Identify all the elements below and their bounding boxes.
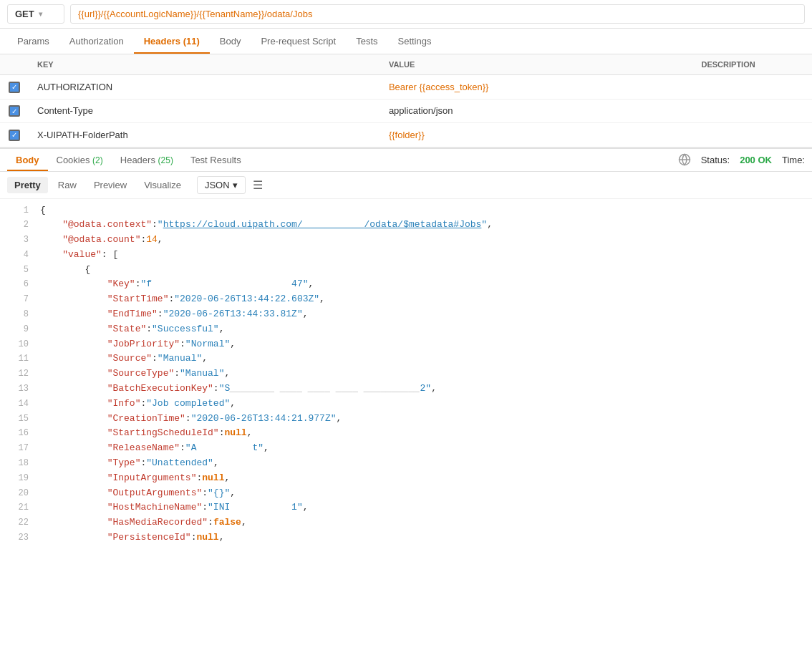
json-line: 22 "HasMediaRecorded": false, — [0, 515, 812, 530]
tab-pre-request-script[interactable]: Pre-request Script — [251, 29, 346, 54]
format-pretty-button[interactable]: Pretty — [7, 177, 48, 193]
response-tab-test-results[interactable]: Test Results — [182, 149, 250, 171]
json-line: 9 "State": "Successful", — [0, 322, 812, 337]
tab-settings[interactable]: Settings — [388, 29, 442, 54]
json-line: 10 "JobPriority": "Normal", — [0, 337, 812, 352]
value-column-header: VALUE — [380, 54, 693, 75]
wrap-icon[interactable]: ☰ — [253, 178, 263, 192]
tab-headers[interactable]: Headers (11) — [134, 29, 210, 54]
json-line: 16 "StartingScheduleId": null, — [0, 426, 812, 441]
json-line: 12 "SourceType": "Manual", — [0, 367, 812, 382]
description-column-header: DESCRIPTION — [693, 54, 813, 75]
json-line: 7 "StartTime": "2020-06-26T13:44:22.603Z… — [0, 292, 812, 307]
table-row: ✓ X-UIPATH-FolderPath {{folder}} — [0, 123, 812, 147]
url-input[interactable] — [70, 4, 805, 24]
globe-icon — [678, 153, 691, 166]
format-bar: Pretty Raw Preview Visualize JSON ▾ ☰ — [0, 172, 812, 199]
method-select[interactable]: GET ▾ — [7, 4, 64, 24]
json-line: 14 "Info": "Job completed", — [0, 397, 812, 412]
json-line: 3 "@odata.count": 14, — [0, 233, 812, 248]
response-section: Body Cookies (2) Headers (25) Test Resul… — [0, 147, 812, 550]
json-line: 19 "InputArguments": null, — [0, 471, 812, 486]
response-tab-cookies[interactable]: Cookies (2) — [48, 149, 112, 171]
json-line: 20 "OutputArguments": "{}", — [0, 486, 812, 501]
time-label: Time: — [782, 155, 805, 165]
json-line: 17 "ReleaseName": "A t", — [0, 441, 812, 456]
tab-tests[interactable]: Tests — [346, 29, 387, 54]
response-tabs: Body Cookies (2) Headers (25) Test Resul… — [0, 149, 812, 172]
json-line: 13 "BatchExecutionKey": "S________ ____ … — [0, 382, 812, 397]
json-line: 18 "Type": "Unattended", — [0, 456, 812, 471]
status-value: 200 OK — [740, 155, 772, 165]
url-bar: GET ▾ — [0, 0, 812, 29]
json-line: 8 "EndTime": "2020-06-26T13:44:33.81Z", — [0, 307, 812, 322]
method-label: GET — [15, 9, 34, 19]
row-checkbox[interactable]: ✓ — [9, 82, 20, 93]
format-visualize-button[interactable]: Visualize — [137, 177, 188, 193]
chevron-down-icon: ▾ — [39, 10, 42, 18]
json-line: 6 "Key": "f 47", — [0, 277, 812, 292]
response-tab-body[interactable]: Body — [7, 149, 48, 171]
header-value: Bearer {{access_token}} — [389, 82, 489, 92]
json-line: 5 { — [0, 263, 812, 278]
header-value: {{folder}} — [389, 130, 425, 140]
row-checkbox[interactable]: ✓ — [9, 105, 20, 117]
json-line: 23 "PersistenceId": null, — [0, 530, 812, 545]
format-preview-button[interactable]: Preview — [87, 177, 134, 193]
json-line: 15 "CreationTime": "2020-06-26T13:44:21.… — [0, 412, 812, 427]
json-viewer: 1{ 2 "@odata.context": "https://cloud.ui… — [0, 199, 812, 550]
json-line: 11 "Source": "Manual", — [0, 351, 812, 367]
key-column-header: KEY — [29, 54, 380, 75]
table-row: ✓ Content-Type application/json — [0, 99, 812, 123]
json-line: 4 "value": [ — [0, 248, 812, 263]
headers-table: KEY VALUE DESCRIPTION ✓ AUTHORIZATION Be… — [0, 54, 812, 147]
chevron-down-icon: ▾ — [233, 180, 238, 190]
tab-authorization[interactable]: Authorization — [59, 29, 134, 54]
tab-body[interactable]: Body — [210, 29, 251, 54]
json-line: 1{ — [0, 203, 812, 218]
header-key: X-UIPATH-FolderPath — [37, 130, 128, 140]
status-label: Status: — [701, 155, 730, 165]
json-line: 2 "@odata.context": "https://cloud.uipat… — [0, 218, 812, 233]
response-tab-headers[interactable]: Headers (25) — [112, 149, 182, 171]
status-area: Status: 200 OK Time: — [678, 153, 805, 166]
header-key: Content-Type — [37, 105, 93, 116]
request-tabs: Params Authorization Headers (11) Body P… — [0, 29, 812, 54]
header-value: application/json — [389, 105, 453, 116]
tab-params[interactable]: Params — [7, 29, 59, 54]
json-line: 21 "HostMachineName": "INI 1", — [0, 500, 812, 515]
row-checkbox[interactable]: ✓ — [9, 130, 20, 141]
header-key: AUTHORIZATION — [37, 82, 112, 92]
format-raw-button[interactable]: Raw — [51, 177, 84, 193]
json-type-select[interactable]: JSON ▾ — [197, 176, 246, 194]
table-row: ✓ AUTHORIZATION Bearer {{access_token}} — [0, 75, 812, 100]
